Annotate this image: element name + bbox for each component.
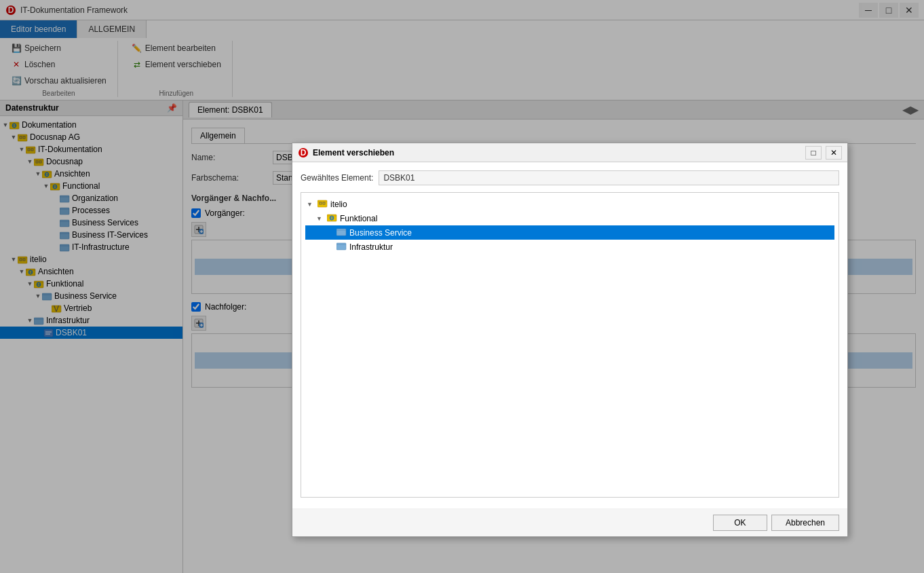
svg-rect-68	[336, 243, 346, 250]
dialog-tree-business-service[interactable]: ▶ Business Service	[305, 225, 834, 240]
dialog-tree[interactable]: ▼ itelio ▼ Funktional	[301, 192, 839, 498]
toggle-itelio-dialog[interactable]: ▼	[307, 201, 315, 208]
svg-rect-67	[336, 229, 346, 236]
svg-text:D: D	[301, 148, 307, 158]
folder-globe-icon-funktional-dialog	[327, 212, 338, 224]
folder-grid-icon-itelio-dialog	[317, 198, 328, 210]
dialog-header: D Element verschieben □ ✕	[292, 143, 847, 162]
svg-rect-60	[317, 200, 327, 207]
folder-blue-icon-bs-dialog	[336, 227, 347, 238]
dialog-tree-itelio[interactable]: ▼ itelio	[305, 197, 834, 211]
dialog-tree-label-funktional: Funktional	[340, 214, 377, 223]
dialog-body: Gewähltes Element: ▼ itelio ▼	[292, 162, 847, 509]
gewaehlt-input[interactable]	[379, 170, 839, 185]
toggle-funktional-dialog[interactable]: ▼	[316, 215, 324, 222]
dialog-icon: D	[298, 147, 309, 158]
dialog-title: Element verschieben	[313, 148, 801, 158]
dialog-footer: OK Abbrechen	[292, 509, 847, 536]
dialog-tree-infrastruktur[interactable]: ▶ Infrastruktur	[305, 240, 834, 254]
abbrechen-button[interactable]: Abbrechen	[771, 515, 839, 531]
dialog-tree-label-bs: Business Service	[349, 228, 412, 238]
dialog-tree-label-itelio: itelio	[330, 200, 347, 209]
gewaehlt-row: Gewähltes Element:	[301, 170, 839, 185]
dialog-maximize-btn[interactable]: □	[805, 146, 822, 160]
ok-button[interactable]: OK	[713, 515, 767, 531]
element-verschieben-dialog: D Element verschieben □ ✕ Gewähltes Elem…	[292, 143, 848, 537]
folder-blue-icon-infra-dialog	[336, 241, 347, 253]
dialog-tree-label-infra: Infrastruktur	[349, 242, 393, 252]
gewaehlt-label: Gewähltes Element:	[301, 173, 373, 183]
dialog-overlay: D Element verschieben □ ✕ Gewähltes Elem…	[0, 0, 924, 573]
dialog-tree-funktional[interactable]: ▼ Funktional	[305, 211, 834, 225]
dialog-close-btn[interactable]: ✕	[826, 146, 842, 160]
